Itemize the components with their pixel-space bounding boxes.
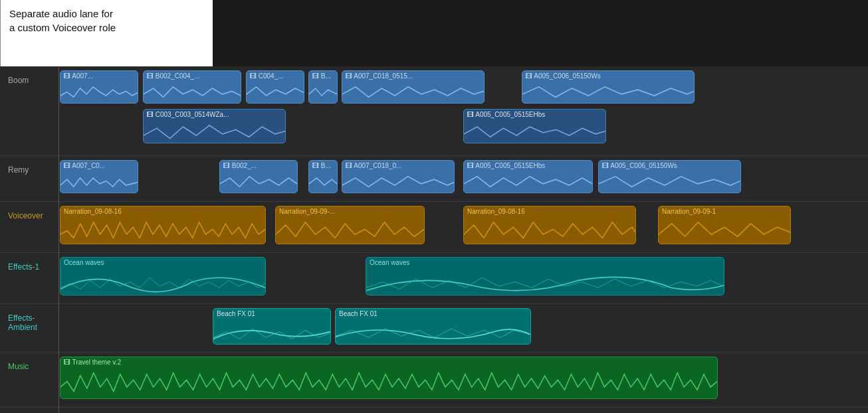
annotation-box: Separate audio lane for a custom Voiceov…	[0, 0, 213, 66]
clip-remy4[interactable]: 🎞 A007_C018_0...	[342, 160, 455, 193]
clip-ef2[interactable]: Ocean waves	[366, 257, 724, 295]
waveform	[599, 171, 740, 193]
waveform	[464, 171, 592, 193]
waveform	[464, 216, 635, 244]
waveform	[342, 171, 454, 193]
clip-mu1[interactable]: 🎞 Travel theme v.2	[60, 357, 718, 399]
effects1-label: Effects-1	[0, 257, 60, 274]
clip-title: 🎞 B...	[309, 71, 337, 81]
waveform	[309, 171, 337, 193]
clip-ea2[interactable]: Beach FX 01	[335, 308, 531, 345]
clip-title: 🎞 A005_C006_05150Ws	[522, 71, 694, 81]
clip-title: 🎞 Travel theme v.2	[60, 357, 717, 367]
clip-title: Ocean waves	[60, 258, 265, 268]
voiceover-clips: Narration_09-08-16 Narration_09-09-... N…	[60, 206, 868, 248]
waveform	[213, 319, 330, 344]
clip-boom7[interactable]: 🎞 C003_C003_0514WZa...	[143, 109, 286, 143]
clip-title: Narration_09-08-16	[464, 206, 635, 216]
clip-title: 🎞 B002_...	[220, 161, 297, 171]
remy-clips: 🎞 A007_C0... 🎞 B002_... 🎞 B... 🎞 A007_C0…	[60, 160, 868, 197]
clip-title: 🎞 A007_C018_0515...	[342, 71, 484, 81]
clip-remy3[interactable]: 🎞 B...	[308, 160, 338, 193]
annotation-text: Separate audio lane for a custom Voiceov…	[9, 7, 203, 35]
clip-title: 🎞 A007_C0...	[60, 161, 138, 171]
waveform	[276, 216, 424, 244]
clip-title: 🎞 B...	[309, 161, 337, 171]
waveform	[247, 81, 304, 103]
clip-title: Narration_09-08-16	[60, 206, 265, 216]
remy-label: Remy	[0, 160, 60, 177]
effects1-lane: Effects-1 Ocean waves Ocean waves	[0, 253, 868, 304]
waveform	[144, 81, 241, 103]
clip-title: Beach FX 01	[213, 309, 330, 319]
music-lane: Music 🎞 Travel theme v.2	[0, 353, 868, 408]
clip-title: 🎞 C003_C003_0514WZa...	[144, 110, 285, 120]
clip-boom8[interactable]: 🎞 A005_C005_0515EHbs	[463, 109, 606, 143]
timeline-left-border	[58, 66, 59, 413]
clip-ef1[interactable]: Ocean waves	[60, 257, 266, 295]
clip-title: 🎞 A005_C006_05150Ws	[599, 161, 740, 171]
clip-boom2[interactable]: 🎞 B002_C004_...	[143, 70, 241, 104]
waveform	[309, 81, 337, 103]
waveform	[60, 216, 265, 244]
voiceover-label: Voiceover	[0, 206, 60, 223]
clip-ea1[interactable]: Beach FX 01	[213, 308, 331, 345]
annotation-line1: Separate audio lane for	[9, 8, 113, 19]
waveform	[522, 81, 694, 103]
clip-title: Narration_09-09-1	[659, 206, 790, 216]
waveform	[60, 367, 717, 398]
waveform	[144, 120, 285, 143]
waveform	[60, 268, 265, 295]
clip-boom3[interactable]: 🎞 C004_...	[246, 70, 304, 104]
clip-boom5[interactable]: 🎞 A007_C018_0515...	[342, 70, 485, 104]
clip-remy5[interactable]: 🎞 A005_C005_0515EHbs	[463, 160, 593, 193]
remy-lane: Remy 🎞 A007_C0... 🎞 B002_... 🎞 B...	[0, 156, 868, 202]
timeline: Boom 🎞 A007... 🎞 B002_C004_... 🎞 C004_..…	[0, 66, 868, 413]
clip-title: 🎞 B002_C004_...	[144, 71, 241, 81]
clip-title: Beach FX 01	[336, 309, 530, 319]
clip-title: 🎞 A007...	[60, 71, 138, 81]
clip-title: 🎞 A005_C005_0515EHbs	[464, 110, 605, 120]
clip-vo3[interactable]: Narration_09-08-16	[463, 206, 636, 244]
waveform	[60, 171, 138, 193]
clip-vo2[interactable]: Narration_09-09-...	[275, 206, 425, 244]
clip-vo1[interactable]: Narration_09-08-16	[60, 206, 266, 244]
voiceover-lane: Voiceover Narration_09-08-16 Narration_0…	[0, 202, 868, 253]
effects-ambient-lane: Effects-Ambient Beach FX 01 Beach FX 01	[0, 304, 868, 353]
effects-ambient-label: Effects-Ambient	[0, 308, 60, 335]
waveform	[220, 171, 297, 193]
boom-clips: 🎞 A007... 🎞 B002_C004_... 🎞 C004_... 🎞 B…	[60, 70, 868, 151]
clip-boom6[interactable]: 🎞 A005_C006_05150Ws	[522, 70, 695, 104]
music-label: Music	[0, 357, 60, 374]
clip-remy2[interactable]: 🎞 B002_...	[219, 160, 298, 193]
clip-boom1[interactable]: 🎞 A007...	[60, 70, 138, 104]
effects1-clips: Ocean waves Ocean waves	[60, 257, 868, 299]
clip-remy1[interactable]: 🎞 A007_C0...	[60, 160, 138, 193]
clip-title: 🎞 A007_C018_0...	[342, 161, 454, 171]
waveform	[659, 216, 790, 244]
clip-title: Ocean waves	[366, 258, 724, 268]
boom-label: Boom	[0, 70, 60, 88]
music-clips: 🎞 Travel theme v.2	[60, 357, 868, 403]
annotation-line2: a custom Voiceover role	[9, 22, 116, 33]
clip-title: 🎞 A005_C005_0515EHbs	[464, 161, 592, 171]
effects-ambient-clips: Beach FX 01 Beach FX 01	[60, 308, 868, 348]
waveform	[342, 81, 484, 103]
clip-boom4[interactable]: 🎞 B...	[308, 70, 338, 104]
waveform	[366, 268, 724, 295]
waveform	[60, 81, 138, 103]
clip-vo4[interactable]: Narration_09-09-1	[658, 206, 791, 244]
waveform	[464, 120, 605, 143]
waveform	[336, 319, 530, 344]
boom-lane: Boom 🎞 A007... 🎞 B002_C004_... 🎞 C004_..…	[0, 66, 868, 156]
clip-remy6[interactable]: 🎞 A005_C006_05150Ws	[598, 160, 741, 193]
annotation-line	[0, 0, 1, 66]
clip-title: Narration_09-09-...	[276, 206, 424, 216]
clip-title: 🎞 C004_...	[247, 71, 304, 81]
